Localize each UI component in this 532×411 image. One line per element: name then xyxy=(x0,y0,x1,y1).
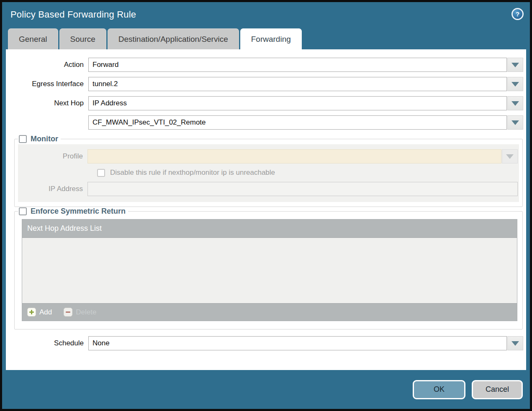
delete-button-disabled: Delete xyxy=(64,308,96,317)
next-hop-label: Next Hop xyxy=(6,99,88,107)
next-hop-address-list-body[interactable] xyxy=(22,238,517,303)
egress-interface-row: Egress Interface tunnel.2 xyxy=(6,77,526,91)
next-hop-address-combo: CF_MWAN_IPsec_VTI_02_Remote xyxy=(88,115,523,130)
profile-value-field xyxy=(87,149,501,163)
titlebar: Policy Based Forwarding Rule ? xyxy=(2,2,530,28)
chevron-down-icon xyxy=(511,120,519,125)
help-icon[interactable]: ? xyxy=(511,8,524,20)
chevron-down-icon xyxy=(511,341,519,346)
profile-row: Profile xyxy=(18,149,519,163)
enforce-symmetric-return-legend: Enforce Symmetric Return xyxy=(18,207,128,216)
tab-bar: General Source Destination/Application/S… xyxy=(2,28,530,49)
tab-general[interactable]: General xyxy=(8,28,58,49)
schedule-value-field[interactable]: None xyxy=(88,336,507,350)
enforce-symmetric-return-title: Enforce Symmetric Return xyxy=(31,207,126,216)
monitor-section: Monitor Profile Disable this rule if nex… xyxy=(14,135,523,207)
egress-interface-label: Egress Interface xyxy=(6,80,88,88)
egress-interface-dropdown-button[interactable] xyxy=(507,77,523,91)
next-hop-type-field[interactable]: IP Address xyxy=(88,96,507,110)
profile-label: Profile xyxy=(18,152,87,161)
schedule-label: Schedule xyxy=(6,339,88,347)
next-hop-address-dropdown-button[interactable] xyxy=(507,115,523,130)
add-button[interactable]: Add xyxy=(27,308,52,317)
cancel-button[interactable]: Cancel xyxy=(472,380,523,399)
forwarding-tab-panel: Action Forward Egress Interface tunnel.2… xyxy=(6,49,526,370)
action-label: Action xyxy=(6,61,88,69)
next-hop-combo: IP Address xyxy=(88,96,523,110)
tab-destination-application-service[interactable]: Destination/Application/Service xyxy=(108,28,239,49)
next-hop-dropdown-button[interactable] xyxy=(507,96,523,110)
enforce-symmetric-return-checkbox[interactable] xyxy=(19,207,27,215)
profile-combo xyxy=(87,149,518,163)
monitor-ip-address-label: IP Address xyxy=(18,185,87,193)
monitor-checkbox[interactable] xyxy=(19,135,27,143)
profile-dropdown-button-disabled xyxy=(502,149,518,163)
action-value-field[interactable]: Forward xyxy=(88,58,507,72)
chevron-down-icon xyxy=(506,154,514,159)
schedule-combo: None xyxy=(88,336,523,350)
action-combo: Forward xyxy=(88,58,523,72)
delete-button-label: Delete xyxy=(76,308,96,317)
monitor-ip-address-row: IP Address xyxy=(18,182,519,196)
add-button-label: Add xyxy=(39,308,52,317)
next-hop-address-field[interactable]: CF_MWAN_IPsec_VTI_02_Remote xyxy=(88,115,507,130)
dialog-title: Policy Based Forwarding Rule xyxy=(10,9,136,20)
action-dropdown-button[interactable] xyxy=(507,58,523,72)
monitor-panel: Profile Disable this rule if nexthop/mon… xyxy=(18,144,519,202)
monitor-ip-address-field-disabled xyxy=(87,182,518,196)
monitor-title: Monitor xyxy=(31,135,58,143)
pbf-rule-dialog: Policy Based Forwarding Rule ? General S… xyxy=(0,0,532,411)
tab-source[interactable]: Source xyxy=(59,28,106,49)
egress-interface-value-field[interactable]: tunnel.2 xyxy=(88,77,507,91)
action-row: Action Forward xyxy=(6,58,526,72)
ok-button[interactable]: OK xyxy=(413,380,465,399)
next-hop-address-list-table: Next Hop Address List Add Delete xyxy=(22,219,517,321)
tab-forwarding[interactable]: Forwarding xyxy=(240,28,302,49)
chevron-down-icon xyxy=(511,82,519,87)
next-hop-row: Next Hop IP Address xyxy=(6,96,526,110)
plus-icon xyxy=(27,308,36,317)
chevron-down-icon xyxy=(511,101,519,106)
next-hop-address-row: CF_MWAN_IPsec_VTI_02_Remote xyxy=(6,115,526,130)
schedule-dropdown-button[interactable] xyxy=(507,336,523,350)
next-hop-address-list-toolbar: Add Delete xyxy=(22,303,517,321)
disable-rule-checkbox-disabled xyxy=(97,169,105,177)
disable-rule-label: Disable this rule if nexthop/monitor ip … xyxy=(110,168,275,177)
chevron-down-icon xyxy=(511,63,519,67)
monitor-legend: Monitor xyxy=(18,135,61,143)
disable-rule-row: Disable this rule if nexthop/monitor ip … xyxy=(97,168,519,177)
next-hop-address-list-header: Next Hop Address List xyxy=(22,220,517,238)
egress-interface-combo: tunnel.2 xyxy=(88,77,523,91)
minus-icon xyxy=(64,308,72,317)
schedule-row: Schedule None xyxy=(6,336,526,350)
dialog-footer: OK Cancel xyxy=(2,370,530,409)
enforce-symmetric-return-section: Enforce Symmetric Return Next Hop Addres… xyxy=(14,207,523,329)
